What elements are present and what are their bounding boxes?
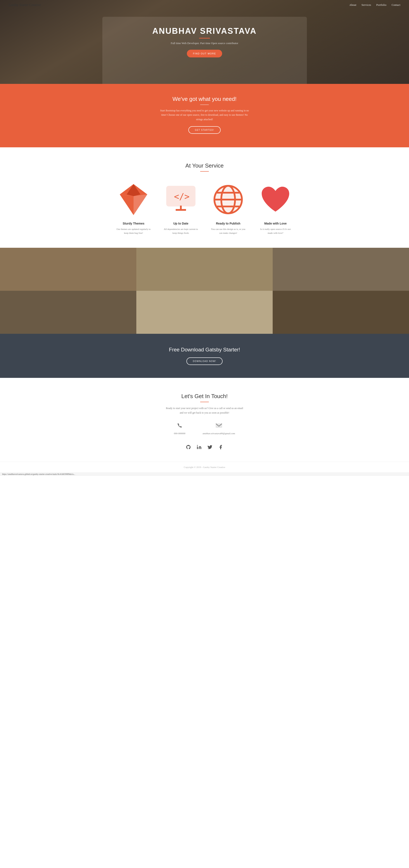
contact-phone: 000-000000: [174, 423, 185, 435]
services-section: At Your Service Sturdy Themes Our themes…: [0, 147, 409, 248]
twitter-icon[interactable]: [206, 443, 214, 451]
accent-line: [0, 146, 409, 147]
ready-to-publish-desc: You can use this design as is, or you ca…: [211, 227, 245, 235]
sturdy-themes-desc: Our themes are updated regularly to keep…: [116, 227, 151, 235]
phone-icon: [174, 423, 185, 430]
photo-grid: [0, 248, 409, 334]
service-sturdy-themes: Sturdy Themes Our themes are updated reg…: [116, 182, 151, 235]
find-out-more-button[interactable]: FIND OUT MORE: [187, 50, 222, 57]
download-heading: Free Download Gatsby Starter!: [4, 347, 405, 353]
nav-services[interactable]: Services: [361, 3, 371, 7]
contact-info: 000-000000 anubhav.srivastava00@gmail.co…: [4, 423, 405, 435]
banner-heading: We've got what you need!: [4, 96, 405, 102]
hero-subtitle: Full time Web Developer. Part time Open …: [152, 41, 256, 45]
service-made-with-love: Made with Love Is it really open source …: [258, 182, 293, 235]
download-section: Free Download Gatsby Starter! DOWNLOAD N…: [0, 334, 409, 378]
orange-banner: We've got what you need! Start Bootstrap…: [0, 84, 409, 146]
hero-section: ANUBHAV SRIVASTAVA Full time Web Develop…: [0, 0, 409, 84]
services-divider: [200, 171, 209, 172]
hero-title: ANUBHAV SRIVASTAVA: [152, 27, 256, 36]
nav-portfolio[interactable]: Portfolio: [376, 3, 386, 7]
diamond-icon: [116, 182, 151, 219]
photo-3: [273, 248, 409, 291]
svg-point-16: [197, 445, 198, 446]
hero-content: ANUBHAV SRIVASTAVA Full time Web Develop…: [152, 27, 256, 57]
photo-1: [0, 248, 136, 291]
download-button[interactable]: DOWNLOAD NOW!: [186, 358, 223, 365]
contact-divider: [200, 402, 209, 402]
contact-description: Ready to start your next project with us…: [166, 406, 243, 415]
globe-icon: [211, 182, 245, 219]
github-icon[interactable]: [185, 443, 192, 451]
nav-contact[interactable]: Contact: [391, 3, 400, 7]
ready-to-publish-title: Ready to Publish: [211, 222, 245, 225]
banner-description: Start Bootstrap has everything you need …: [159, 108, 250, 122]
made-with-love-title: Made with Love: [258, 222, 293, 225]
status-bar: https://anubhavsrivastava.github.io/gats…: [0, 472, 409, 476]
monitor-icon: </>: [164, 182, 198, 219]
nav-brand: Gatsby Starter Creative: [9, 3, 41, 7]
hero-divider: [199, 38, 210, 38]
up-to-date-title: Up to Date: [164, 222, 198, 225]
photo-5: [136, 291, 273, 334]
up-to-date-desc: All dependencies are kept current to kee…: [164, 227, 198, 235]
contact-email: anubhav.srivastava00@gmail.com: [202, 423, 235, 435]
email-address: anubhav.srivastava00@gmail.com: [202, 431, 235, 435]
banner-divider: [200, 104, 209, 105]
linkedin-icon[interactable]: [195, 443, 203, 451]
contact-section: Let's Get In Touch! Ready to start your …: [0, 378, 409, 462]
service-ready-to-publish: Ready to Publish You can use this design…: [211, 182, 245, 235]
service-up-to-date: </> Up to Date All dependencies are kept…: [164, 182, 198, 235]
services-heading: At Your Service: [9, 162, 400, 169]
footer: Copyright © 2019 - Gatsby Starter Creati…: [0, 462, 409, 472]
heart-icon: [258, 182, 293, 219]
svg-text:</>: </>: [174, 192, 189, 202]
email-icon: [202, 423, 235, 430]
footer-text: Copyright © 2019 - Gatsby Starter Creati…: [184, 466, 225, 468]
status-url: https://anubhavsrivastava.github.io/gats…: [2, 473, 75, 475]
facebook-icon[interactable]: [217, 443, 224, 451]
photo-2: [136, 248, 273, 291]
svg-marker-2: [120, 194, 133, 215]
svg-marker-3: [133, 194, 147, 215]
social-links: [4, 443, 405, 451]
phone-number: 000-000000: [174, 431, 185, 435]
get-started-button[interactable]: GET STARTED!: [188, 126, 221, 134]
services-grid: Sturdy Themes Our themes are updated reg…: [9, 182, 400, 235]
sturdy-themes-title: Sturdy Themes: [116, 222, 151, 225]
contact-heading: Let's Get In Touch!: [4, 393, 405, 400]
photo-4: [0, 291, 136, 334]
made-with-love-desc: Is it really open source if it's not mad…: [258, 227, 293, 235]
nav-about[interactable]: About: [349, 3, 356, 7]
navbar: Gatsby Starter Creative About Services P…: [0, 0, 409, 10]
photo-6: [273, 291, 409, 334]
nav-links: About Services Portfolio Contact: [349, 3, 400, 7]
